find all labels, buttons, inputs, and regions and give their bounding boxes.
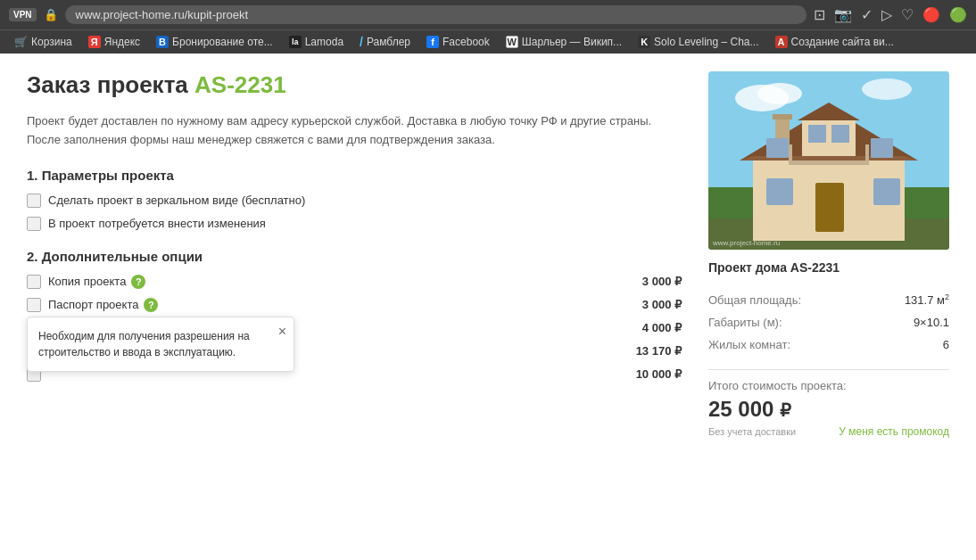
copy-label: Копия проекта ? — [48, 275, 642, 289]
spec-rooms-label: Жилых комнат: — [708, 334, 871, 356]
bookmark-lamoda[interactable]: la Lamoda — [282, 34, 351, 50]
bookmark-label: Бронирование оте... — [172, 36, 273, 48]
passport-price: 3 000 ₽ — [642, 298, 682, 311]
specs-table: Общая площадь: 131.7 м2 Габариты (м): 9×… — [708, 288, 949, 356]
copy-checkbox[interactable] — [27, 275, 41, 289]
facebook-icon: f — [426, 36, 439, 48]
spec-size-value: 9×10.1 — [871, 311, 949, 334]
mirror-checkbox[interactable] — [27, 194, 41, 208]
tooltip-text: Необходим для получения разрешения на ст… — [38, 330, 250, 358]
house-svg: www.project-home.ru — [708, 71, 949, 250]
bookmark-booking[interactable]: B Бронирование оте... — [149, 34, 280, 50]
bookmark-rambler[interactable]: / Рамблер — [352, 33, 418, 51]
spec-area-label: Общая площадь: — [708, 288, 871, 311]
tooltip-close-button[interactable]: × — [278, 325, 286, 339]
price-currency: ₽ — [780, 400, 791, 420]
spec-area-value: 131.7 м2 — [871, 288, 949, 311]
page-description: Проект будет доставлен по нужному вам ад… — [27, 112, 682, 150]
passport-label: Паспорт проекта ? — [48, 298, 642, 312]
browser-action-icon5[interactable]: ♡ — [901, 6, 914, 23]
svg-point-2 — [757, 83, 802, 104]
spec-row-rooms: Жилых комнат: 6 — [708, 334, 949, 356]
option3-price: 4 000 ₽ — [642, 321, 682, 334]
solo-icon: K — [638, 36, 650, 48]
svg-point-3 — [862, 78, 912, 100]
address-bar[interactable]: www.project-home.ru/kupit-proekt — [65, 5, 806, 24]
bookmark-label: Lamoda — [305, 36, 343, 48]
bookmarks-bar: 🛒 Корзина Я Яндекс B Бронирование оте...… — [0, 29, 976, 54]
passport-help-icon[interactable]: ? — [144, 298, 158, 312]
checkbox-mirror[interactable]: Сделать проект в зеркальном виде (беспла… — [27, 194, 682, 208]
option4-price: 13 170 ₽ — [636, 344, 682, 358]
browser-actions: ⊡ 📷 ✓ ▷ ♡ 🔴 🟢 — [814, 6, 967, 23]
section-params: 1. Параметры проекта Сделать проект в зе… — [27, 168, 682, 231]
copy-price: 3 000 ₽ — [642, 275, 682, 288]
passport-text: Паспорт проекта — [48, 298, 138, 311]
page-content: Заказ проекта AS-2231 Проект будет доста… — [0, 54, 976, 456]
vpn-badge: VPN — [9, 8, 37, 21]
svg-rect-22 — [871, 138, 893, 158]
lamoda-icon: la — [289, 36, 302, 48]
page-title: Заказ проекта AS-2231 — [27, 71, 682, 99]
bookmark-label: Solo Leveling – Cha... — [654, 36, 758, 48]
option-passport: Паспорт проекта ? 3 000 ₽ × Необходим дл… — [27, 298, 682, 312]
changes-label: В проект потребуется внести изменения — [48, 217, 266, 230]
total-label: Итого стоимость проекта: — [708, 379, 949, 392]
right-project-name: Проект дома AS-2231 — [708, 260, 949, 275]
copy-help-icon[interactable]: ? — [131, 275, 145, 289]
booking-icon: B — [156, 36, 169, 48]
option-copy: Копия проекта ? 3 000 ₽ — [27, 275, 682, 289]
bookmark-sharlier[interactable]: W Шарльер — Викип... — [499, 34, 629, 50]
project-code: AS-2231 — [194, 71, 286, 98]
right-column: www.project-home.ru Проект дома AS-2231 … — [708, 71, 949, 438]
bookmark-facebook[interactable]: f Facebook — [419, 34, 497, 50]
browser-action-icon[interactable]: ⊡ — [814, 6, 825, 23]
bookmark-yandex[interactable]: Я Яндекс — [81, 34, 147, 50]
bookmark-label: Рамблер — [367, 36, 410, 48]
bookmark-solo[interactable]: K Solo Leveling – Cha... — [631, 34, 765, 50]
svg-rect-8 — [873, 178, 900, 205]
specs-divider — [708, 369, 949, 370]
svg-rect-21 — [766, 138, 789, 158]
section2-title: 2. Дополнительные опции — [27, 249, 682, 264]
spec-size-label: Габариты (м): — [708, 311, 871, 334]
promo-link[interactable]: У меня есть промокод — [839, 425, 949, 438]
total-price: 25 000 ₽ — [708, 397, 949, 422]
lock-icon: 🔒 — [44, 8, 58, 21]
svg-rect-20 — [865, 144, 869, 165]
option5-price: 10 000 ₽ — [636, 367, 682, 381]
passport-checkbox[interactable] — [27, 298, 41, 312]
svg-text:www.project-home.ru: www.project-home.ru — [712, 239, 780, 247]
checkbox-changes[interactable]: В проект потребуется внести изменения — [27, 217, 682, 231]
spec-row-size: Габариты (м): 9×10.1 — [708, 311, 949, 334]
browser-action-icon4[interactable]: ▷ — [881, 6, 892, 23]
left-column: Заказ проекта AS-2231 Проект будет доста… — [27, 71, 682, 438]
spec-row-area: Общая площадь: 131.7 м2 — [708, 288, 949, 311]
browser-chrome: VPN 🔒 www.project-home.ru/kupit-proekt ⊡… — [0, 0, 976, 54]
section-options: 2. Дополнительные опции Копия проекта ? … — [27, 249, 682, 382]
korzina-icon: 🛒 — [14, 36, 28, 48]
browser-action-icon6[interactable]: 🔴 — [922, 6, 940, 23]
bookmark-korzina[interactable]: 🛒 Корзина — [7, 34, 79, 50]
mirror-label: Сделать проект в зеркальном виде (беспла… — [48, 194, 305, 207]
browser-action-icon7[interactable]: 🟢 — [949, 6, 967, 23]
house-image: www.project-home.ru — [708, 71, 949, 250]
svg-rect-9 — [815, 183, 844, 232]
bookmark-label: Facebook — [443, 36, 490, 48]
browser-action-icon3[interactable]: ✓ — [861, 6, 873, 23]
bookmark-label: Шарльер — Викип... — [522, 36, 622, 48]
changes-checkbox[interactable] — [27, 217, 41, 231]
bookmark-sozdanie[interactable]: A Создание сайта ви... — [768, 34, 901, 50]
copy-text: Копия проекта — [48, 275, 126, 288]
section1-title: 1. Параметры проекта — [27, 168, 682, 183]
browser-action-icon2[interactable]: 📷 — [834, 6, 852, 23]
rambler-icon: / — [360, 35, 363, 49]
sozdanie-icon: A — [775, 36, 788, 48]
delivery-note: Без учета доставки — [708, 426, 796, 437]
svg-rect-19 — [789, 144, 792, 165]
bookmark-label: Яндекс — [104, 36, 140, 48]
wiki-icon: W — [506, 36, 518, 48]
svg-rect-7 — [766, 178, 793, 205]
svg-rect-15 — [831, 125, 849, 143]
bookmark-label: Корзина — [31, 36, 72, 48]
